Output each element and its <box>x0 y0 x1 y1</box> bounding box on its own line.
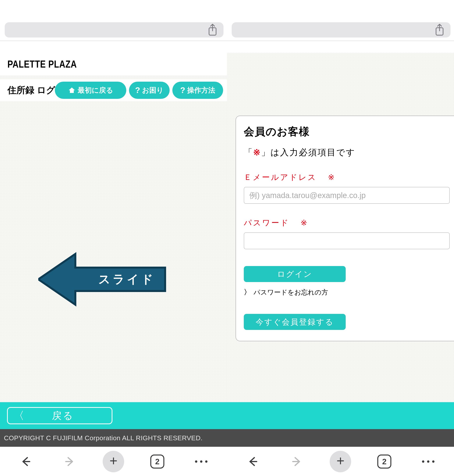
question-icon: ? <box>135 85 140 95</box>
statusbar <box>227 0 454 19</box>
slide-arrow-label: スライド <box>98 271 155 287</box>
forgot-password-link[interactable]: 〉 パスワードをお忘れの方 <box>244 288 450 297</box>
browser-address-bar <box>227 19 454 41</box>
new-tab-button[interactable]: + <box>102 450 125 473</box>
nav-howto-button[interactable]: ? 操作方法 <box>172 82 223 99</box>
browser-toolbar: + 2 <box>227 447 454 476</box>
copyright-bar <box>227 429 454 447</box>
slide-arrow-annotation: スライド <box>38 252 167 307</box>
statusbar <box>0 0 227 19</box>
nav-help-label: お困り <box>142 85 164 95</box>
nav-pills: 最初に戻る ? お困り ? 操作方法 <box>55 82 223 99</box>
password-label: パスワード ※ <box>244 217 450 228</box>
dots-icon <box>422 460 434 463</box>
login-button-label: ログイン <box>277 269 312 279</box>
brand-bar: PALETTE PLAZA <box>0 53 227 75</box>
plus-icon: + <box>109 454 118 468</box>
menu-button[interactable] <box>189 450 213 473</box>
nav-howto-label: 操作方法 <box>187 85 215 95</box>
required-mark: ※ <box>253 147 261 157</box>
separator <box>0 41 227 41</box>
plus-icon: + <box>336 454 345 468</box>
tabs-count-badge: 2 <box>150 454 164 468</box>
page-content-right: 会員のお客様 「※」は入力必須項目です Ｅメールアドレス ※ パスワード ※ ロ… <box>227 53 454 447</box>
right-screen: 会員のお客様 「※」は入力必須項目です Ｅメールアドレス ※ パスワード ※ ロ… <box>227 0 454 476</box>
address-field[interactable] <box>232 22 450 38</box>
password-label-text: パスワード <box>244 218 289 227</box>
share-icon[interactable] <box>434 23 445 36</box>
required-mark: ※ <box>301 218 308 227</box>
register-button-label: 今すぐ会員登録する <box>256 317 334 327</box>
copyright-bar: COPYRIGHT C FUJIFILM Corporation ALL RIG… <box>0 429 227 447</box>
menu-button[interactable] <box>416 450 440 473</box>
password-field[interactable] <box>244 232 450 249</box>
login-card: 会員のお客様 「※」は入力必須項目です Ｅメールアドレス ※ パスワード ※ ロ… <box>235 116 454 341</box>
register-button[interactable]: 今すぐ会員登録する <box>244 314 346 330</box>
required-note-suffix: 」は入力必須項目です <box>261 147 356 157</box>
required-mark: ※ <box>328 173 336 181</box>
share-icon[interactable] <box>207 23 218 36</box>
email-label: Ｅメールアドレス ※ <box>244 172 450 183</box>
nav-forward-button[interactable] <box>285 450 308 473</box>
separator <box>227 41 454 41</box>
new-tab-button[interactable]: + <box>329 450 352 473</box>
nav-home-button[interactable]: 最初に戻る <box>55 82 126 99</box>
left-screen: PALETTE PLAZA 住所録 ログイン 最初に戻る ? お困り ? 操作方… <box>0 0 227 476</box>
email-label-text: Ｅメールアドレス <box>244 173 317 181</box>
nav-back-button[interactable] <box>14 450 38 473</box>
page-title-row: 住所録 ログイン 最初に戻る ? お困り ? 操作方法 <box>0 79 227 101</box>
back-button[interactable]: 〈 戻る <box>7 407 113 424</box>
chevron-right-icon: 〉 <box>244 288 251 297</box>
footer-teal: 〈 戻る <box>0 402 227 429</box>
nav-home-label: 最初に戻る <box>78 85 113 95</box>
home-icon <box>68 86 76 94</box>
forgot-password-label: パスワードをお忘れの方 <box>254 288 328 297</box>
copyright-text: COPYRIGHT C FUJIFILM Corporation ALL RIG… <box>4 434 203 442</box>
login-button[interactable]: ログイン <box>244 266 346 282</box>
login-title: 会員のお客様 <box>244 125 450 139</box>
tabs-button[interactable]: 2 <box>373 450 396 473</box>
dots-icon <box>195 460 207 463</box>
browser-toolbar: + 2 <box>0 447 227 476</box>
required-note: 「※」は入力必須項目です <box>244 147 450 158</box>
nav-help-button[interactable]: ? お困り <box>129 82 170 99</box>
nav-back-button[interactable] <box>241 450 265 473</box>
page-content-left: PALETTE PLAZA 住所録 ログイン 最初に戻る ? お困り ? 操作方… <box>0 53 227 447</box>
brand-name: PALETTE PLAZA <box>8 58 77 70</box>
chevron-left-icon: 〈 <box>14 409 20 423</box>
browser-address-bar <box>0 19 227 41</box>
question-icon: ? <box>180 85 185 95</box>
tabs-count-badge: 2 <box>377 454 391 468</box>
back-button-label: 戻る <box>20 409 106 422</box>
nav-forward-button[interactable] <box>58 450 81 473</box>
address-field[interactable] <box>5 22 223 38</box>
email-field[interactable] <box>244 187 450 204</box>
footer-teal <box>227 402 454 429</box>
tabs-button[interactable]: 2 <box>146 450 169 473</box>
required-note-prefix: 「 <box>244 147 253 157</box>
